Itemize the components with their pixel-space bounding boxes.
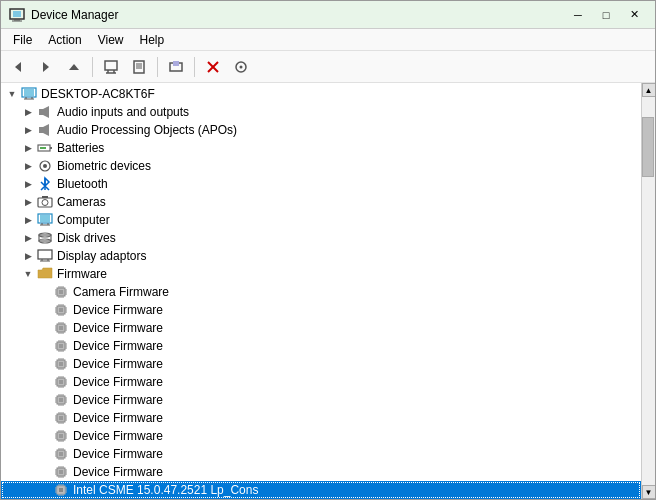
list-item[interactable]: ▶ Device Firmware bbox=[1, 355, 641, 373]
chip-icon bbox=[53, 356, 69, 372]
update-driver-button[interactable] bbox=[163, 54, 189, 80]
content-area: ▼ DESKTOP-AC8KT6F ▶ Audio inputs and out… bbox=[1, 83, 655, 499]
item-label: Display adaptors bbox=[57, 249, 146, 263]
list-item[interactable]: ▶ Biometric devices bbox=[1, 157, 641, 175]
svg-rect-39 bbox=[42, 196, 48, 198]
minimize-button[interactable]: ─ bbox=[565, 5, 591, 25]
list-item[interactable]: ▶ Audio Processing Objects (APOs) bbox=[1, 121, 641, 139]
uninstall-button[interactable] bbox=[200, 54, 226, 80]
chip-icon bbox=[53, 428, 69, 444]
item-label: Device Firmware bbox=[73, 339, 163, 353]
toolbar bbox=[1, 51, 655, 83]
list-item[interactable]: ▶ Batteries bbox=[1, 139, 641, 157]
item-label: Biometric devices bbox=[57, 159, 151, 173]
root-expand-icon: ▼ bbox=[5, 87, 19, 101]
expand-icon: ▶ bbox=[21, 105, 35, 119]
list-item[interactable]: ▶ Device Firmware bbox=[1, 445, 641, 463]
scroll-thumb[interactable] bbox=[642, 117, 654, 177]
toolbar-separator-3 bbox=[194, 57, 195, 77]
expand-icon: ▶ bbox=[21, 195, 35, 209]
scroll-track[interactable] bbox=[642, 97, 655, 485]
svg-rect-22 bbox=[24, 89, 34, 96]
biometric-icon bbox=[37, 158, 53, 174]
menu-help[interactable]: Help bbox=[132, 29, 173, 50]
up-button[interactable] bbox=[61, 54, 87, 80]
list-item[interactable]: ▶ Bluetooth bbox=[1, 175, 641, 193]
vertical-scrollbar[interactable]: ▲ ▼ bbox=[641, 83, 655, 499]
menu-file[interactable]: File bbox=[5, 29, 40, 50]
camera-icon bbox=[37, 194, 53, 210]
chip-icon bbox=[53, 392, 69, 408]
close-button[interactable]: ✕ bbox=[621, 5, 647, 25]
menu-bar: File Action View Help bbox=[1, 29, 655, 51]
computer-icon bbox=[37, 212, 53, 228]
list-item[interactable]: ▶ Display adaptors bbox=[1, 247, 641, 265]
list-item[interactable]: ▶ Device Firmware bbox=[1, 373, 641, 391]
scan-button[interactable] bbox=[228, 54, 254, 80]
item-label: Device Firmware bbox=[73, 321, 163, 335]
list-item[interactable]: ▶ Device Firmware bbox=[1, 319, 641, 337]
firmware-group[interactable]: ▼ Firmware bbox=[1, 265, 641, 283]
toolbar-separator-2 bbox=[157, 57, 158, 77]
chip-selected-icon bbox=[53, 482, 69, 498]
svg-marker-6 bbox=[69, 64, 79, 70]
expand-icon: ▶ bbox=[21, 159, 35, 173]
list-item[interactable]: ▶ Device Firmware bbox=[1, 391, 641, 409]
svg-rect-2 bbox=[14, 19, 20, 21]
svg-point-34 bbox=[43, 164, 47, 168]
svg-rect-28 bbox=[39, 127, 43, 133]
chip-icon bbox=[53, 464, 69, 480]
maximize-button[interactable]: □ bbox=[593, 5, 619, 25]
app-icon bbox=[9, 7, 25, 23]
scroll-down-button[interactable]: ▼ bbox=[642, 485, 656, 499]
svg-marker-4 bbox=[15, 62, 21, 72]
svg-rect-48 bbox=[38, 250, 52, 259]
device-tree[interactable]: ▼ DESKTOP-AC8KT6F ▶ Audio inputs and out… bbox=[1, 83, 641, 499]
menu-action[interactable]: Action bbox=[40, 29, 89, 50]
list-item[interactable]: ▶ Device Firmware bbox=[1, 409, 641, 427]
item-label: Disk drives bbox=[57, 231, 116, 245]
svg-rect-67 bbox=[59, 308, 63, 312]
list-item[interactable]: ▶ Device Firmware bbox=[1, 301, 641, 319]
list-item[interactable]: ▶ Device Firmware bbox=[1, 427, 641, 445]
properties-button[interactable] bbox=[126, 54, 152, 80]
svg-marker-27 bbox=[43, 106, 49, 118]
root-label: DESKTOP-AC8KT6F bbox=[41, 87, 155, 101]
battery-icon bbox=[37, 140, 53, 156]
svg-rect-151 bbox=[59, 416, 63, 420]
item-label: Device Firmware bbox=[73, 429, 163, 443]
expand-icon: ▶ bbox=[21, 213, 35, 227]
tree-root[interactable]: ▼ DESKTOP-AC8KT6F bbox=[1, 85, 641, 103]
list-item[interactable]: ▶ Disk drives bbox=[1, 229, 641, 247]
svg-rect-109 bbox=[59, 362, 63, 366]
svg-marker-29 bbox=[43, 124, 49, 136]
item-label: Device Firmware bbox=[73, 411, 163, 425]
item-label: Audio inputs and outputs bbox=[57, 105, 189, 119]
back-button[interactable] bbox=[5, 54, 31, 80]
svg-rect-179 bbox=[59, 452, 63, 456]
item-label: Audio Processing Objects (APOs) bbox=[57, 123, 237, 137]
chip-icon bbox=[53, 320, 69, 336]
expand-icon: ▶ bbox=[21, 231, 35, 245]
intel-csme-item[interactable]: ▶ Intel CSME 15.0.47.2521 Lp_Cons bbox=[1, 481, 641, 499]
bluetooth-icon bbox=[37, 176, 53, 192]
chip-icon bbox=[53, 338, 69, 354]
chip-icon bbox=[53, 446, 69, 462]
list-item[interactable]: ▶ Camera Firmware bbox=[1, 283, 641, 301]
item-label: Device Firmware bbox=[73, 303, 163, 317]
display-icon bbox=[37, 248, 53, 264]
expand-icon: ▶ bbox=[21, 123, 35, 137]
list-item[interactable]: ▶ Computer bbox=[1, 211, 641, 229]
svg-rect-3 bbox=[12, 20, 22, 21]
forward-button[interactable] bbox=[33, 54, 59, 80]
list-item[interactable]: ▶ Cameras bbox=[1, 193, 641, 211]
list-item[interactable]: ▶ Device Firmware bbox=[1, 337, 641, 355]
list-item[interactable]: ▶ Audio inputs and outputs bbox=[1, 103, 641, 121]
svg-rect-137 bbox=[59, 398, 63, 402]
window-title: Device Manager bbox=[31, 8, 565, 22]
item-label: Device Firmware bbox=[73, 465, 163, 479]
menu-view[interactable]: View bbox=[90, 29, 132, 50]
scroll-up-button[interactable]: ▲ bbox=[642, 83, 656, 97]
show-hidden-button[interactable] bbox=[98, 54, 124, 80]
list-item[interactable]: ▶ Device Firmware bbox=[1, 463, 641, 481]
